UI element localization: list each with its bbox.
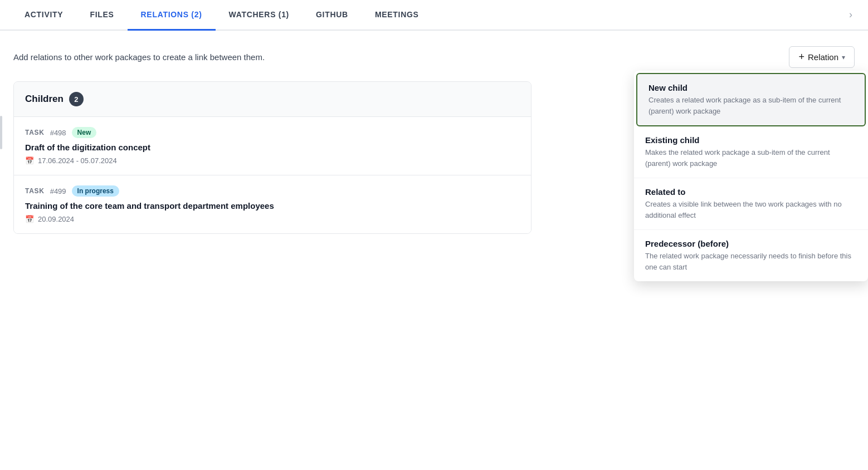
children-count-badge: 2 — [69, 92, 84, 106]
tab-watchers[interactable]: WATCHERS (1) — [216, 0, 303, 31]
wp-type-498: TASK — [25, 129, 45, 136]
dropdown-item-predecessor-title: Predecessor (before) — [645, 239, 857, 248]
dropdown-item-related-to[interactable]: Related to Creates a visible link betwee… — [634, 178, 868, 230]
dropdown-item-related-to-desc: Creates a visible link between the two w… — [645, 199, 857, 221]
add-relation-button[interactable]: + Relation ▾ — [789, 46, 855, 68]
calendar-icon-498: 📅 — [25, 156, 34, 165]
tab-bar: ACTIVITY FILES RELATIONS (2) WATCHERS (1… — [0, 0, 868, 31]
children-header: Children 2 — [14, 82, 531, 117]
chevron-down-icon: ▾ — [842, 53, 845, 61]
add-relation-label: Relation — [808, 52, 838, 62]
wp-meta-499: TASK #499 In progress — [25, 185, 520, 197]
wp-type-499: TASK — [25, 187, 45, 195]
left-scroll-indicator — [0, 116, 2, 149]
status-badge-499: In progress — [72, 185, 119, 197]
main-content: Add relations to other work packages to … — [0, 31, 868, 234]
tab-relations[interactable]: RELATIONS (2) — [128, 0, 216, 31]
dropdown-item-existing-child[interactable]: Existing child Makes the related work pa… — [634, 126, 868, 178]
children-section: Children 2 TASK #498 New Draft of the di… — [13, 81, 531, 234]
dropdown-item-related-to-title: Related to — [645, 187, 857, 197]
wp-item-498[interactable]: TASK #498 New Draft of the digitization … — [14, 117, 531, 175]
calendar-icon-499: 📅 — [25, 215, 34, 223]
status-badge-498: New — [72, 127, 97, 138]
tab-files[interactable]: FILES — [76, 0, 127, 31]
tab-github[interactable]: GITHUB — [303, 0, 362, 31]
children-label: Children — [25, 94, 64, 105]
plus-icon: + — [798, 51, 804, 63]
dropdown-item-existing-child-title: Existing child — [645, 135, 857, 145]
dropdown-item-new-child[interactable]: New child Creates a related work package… — [636, 73, 866, 126]
wp-date-499: 📅 20.09.2024 — [25, 215, 520, 223]
tab-scroll-right-icon[interactable]: › — [845, 9, 857, 21]
wp-number-498: #498 — [50, 129, 66, 137]
dropdown-item-predecessor-desc: The related work package necessarily nee… — [645, 251, 857, 272]
tab-meetings[interactable]: MEETINGS — [362, 0, 432, 31]
wp-date-498: 📅 17.06.2024 - 05.07.2024 — [25, 156, 520, 165]
dropdown-item-predecessor[interactable]: Predecessor (before) The related work pa… — [634, 230, 868, 281]
tab-activity[interactable]: ACTIVITY — [11, 0, 76, 31]
relation-dropdown: New child Creates a related work package… — [634, 71, 868, 281]
top-row: Add relations to other work packages to … — [13, 46, 855, 68]
dropdown-item-existing-child-desc: Makes the related work package a sub-ite… — [645, 147, 857, 169]
wp-date-text-499: 20.09.2024 — [38, 215, 74, 223]
wp-number-499: #499 — [50, 187, 66, 195]
dropdown-item-new-child-desc: Creates a related work package as a sub-… — [648, 95, 854, 116]
wp-date-text-498: 17.06.2024 - 05.07.2024 — [38, 156, 117, 165]
wp-meta-498: TASK #498 New — [25, 127, 520, 138]
wp-title-498: Draft of the digitization concept — [25, 143, 520, 152]
description-text: Add relations to other work packages to … — [13, 52, 265, 62]
wp-title-499: Training of the core team and transport … — [25, 201, 520, 210]
wp-item-499[interactable]: TASK #499 In progress Training of the co… — [14, 175, 531, 233]
dropdown-item-new-child-title: New child — [648, 83, 854, 92]
